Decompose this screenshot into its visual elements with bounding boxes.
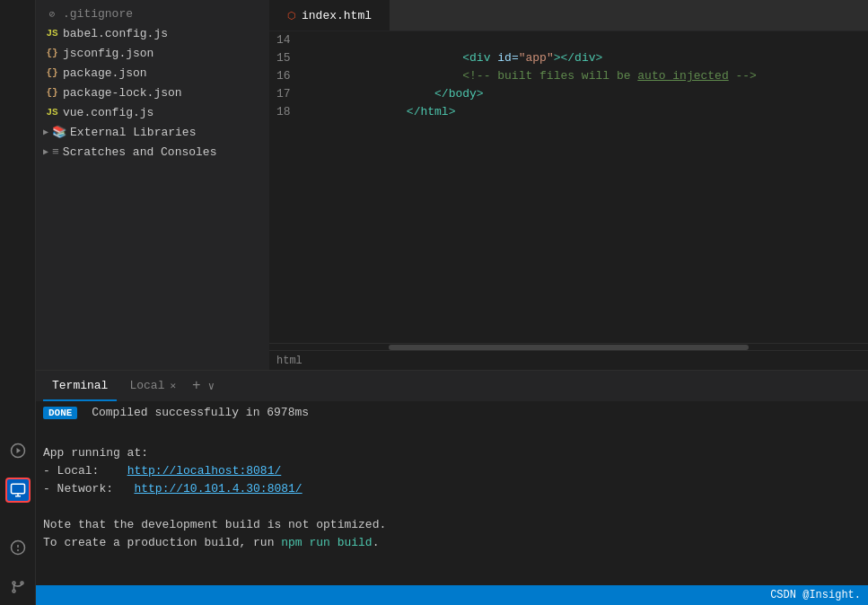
note-line-2: To create a production build, run npm ru… bbox=[43, 534, 861, 552]
external-libraries-icon: 📚 bbox=[52, 125, 66, 139]
editor-tab-html[interactable]: ⬡ index.html bbox=[269, 0, 390, 31]
json-icon: {} bbox=[45, 66, 59, 80]
tab-terminal[interactable]: Terminal bbox=[43, 371, 117, 401]
json-icon: {} bbox=[45, 46, 59, 60]
note-suffix: . bbox=[373, 536, 380, 549]
local-url-line: - Local: http://localhost:8081/ bbox=[43, 462, 861, 480]
app-running-line: App running at: bbox=[43, 444, 861, 462]
code-content[interactable]: <div id="app"></div> <!-- built files wi… bbox=[302, 31, 868, 343]
terminal-chevron-icon[interactable]: ∨ bbox=[208, 380, 215, 393]
compile-text: Compiled successfully in 6978ms bbox=[92, 406, 309, 419]
editor-area: ⬡ index.html 14 15 16 17 18 bbox=[269, 0, 868, 370]
local-tab-label: Local bbox=[129, 379, 164, 392]
file-vue-config[interactable]: JS vue.config.js bbox=[36, 102, 269, 122]
section-label: External Libraries bbox=[70, 126, 196, 139]
file-label: vue.config.js bbox=[63, 106, 153, 119]
editor-code-area[interactable]: 14 15 16 17 18 <div id="app"></div> bbox=[269, 31, 868, 343]
scrollbar-thumb bbox=[389, 345, 748, 350]
terminal-blank-line bbox=[43, 426, 861, 444]
note-text-1: Note that the development build is not o… bbox=[43, 518, 386, 531]
svg-point-9 bbox=[13, 590, 15, 592]
editor-tabs: ⬡ index.html bbox=[269, 0, 868, 31]
tab-filename: index.html bbox=[302, 9, 372, 22]
git-branch-icon[interactable] bbox=[5, 574, 31, 600]
warning-icon[interactable] bbox=[5, 535, 31, 560]
add-terminal-icon[interactable]: + bbox=[189, 378, 205, 394]
file-label: package.json bbox=[63, 66, 147, 80]
npm-command: npm run build bbox=[281, 536, 372, 549]
line-numbers: 14 15 16 17 18 bbox=[269, 31, 302, 343]
svg-marker-1 bbox=[16, 448, 21, 453]
file-label: package-lock.json bbox=[63, 86, 182, 100]
scratches-consoles-section[interactable]: ▶ ≡ Scratches and Consoles bbox=[36, 142, 269, 162]
tab-local[interactable]: Local ✕ bbox=[120, 371, 185, 401]
svg-point-7 bbox=[17, 550, 18, 551]
code-line-14: <div id="app"></div> bbox=[309, 31, 861, 49]
file-babel[interactable]: JS babel.config.js bbox=[36, 23, 269, 43]
panel-tabs: Terminal Local ✕ + ∨ bbox=[36, 371, 868, 402]
network-url-line: - Network: http://10.101.4.30:8081/ bbox=[43, 480, 861, 498]
file-label: jsconfig.json bbox=[63, 47, 153, 60]
network-url-link[interactable]: http://10.101.4.30:8081/ bbox=[134, 482, 302, 495]
auto-injected-text: auto injected bbox=[637, 69, 728, 83]
note-line-1: Note that the development build is not o… bbox=[43, 516, 861, 534]
network-label: - Network: bbox=[43, 482, 113, 495]
blank-line-2 bbox=[43, 498, 861, 516]
terminal-panel: Terminal Local ✕ + ∨ DONE Compiled succe… bbox=[36, 370, 868, 585]
svg-rect-2 bbox=[11, 484, 24, 494]
section-label: Scratches and Consoles bbox=[63, 145, 217, 159]
app-running-text: App running at: bbox=[43, 446, 148, 460]
language-label: html bbox=[276, 355, 302, 367]
tab-close-icon[interactable]: ✕ bbox=[170, 380, 176, 391]
expand-icon: ▶ bbox=[43, 146, 48, 157]
file-label: .gitignore bbox=[63, 7, 133, 21]
file-package-lock[interactable]: {} package-lock.json bbox=[36, 83, 269, 102]
js-icon: JS bbox=[45, 26, 59, 40]
expand-icon: ▶ bbox=[43, 127, 48, 137]
compile-message: DONE Compiled successfully in 6978ms bbox=[43, 406, 861, 419]
status-right-text: CSDN @Insight. bbox=[770, 589, 861, 601]
file-tree-sidebar: ⊘ .gitignore JS babel.config.js {} jscon… bbox=[36, 0, 269, 370]
run-icon[interactable] bbox=[5, 438, 31, 463]
note-prefix: To create a production build, run bbox=[43, 536, 281, 549]
html-icon: ⬡ bbox=[287, 10, 296, 22]
scratches-icon: ≡ bbox=[52, 145, 59, 159]
done-badge: DONE bbox=[43, 407, 77, 419]
svg-point-8 bbox=[13, 582, 15, 584]
terminal-content[interactable]: DONE Compiled successfully in 6978ms App… bbox=[36, 402, 868, 585]
external-libraries-section[interactable]: ▶ 📚 External Libraries bbox=[36, 122, 269, 142]
git-icon: ⊘ bbox=[45, 6, 59, 21]
file-label: babel.config.js bbox=[63, 27, 168, 40]
local-url-link[interactable]: http://localhost:8081/ bbox=[127, 464, 282, 478]
file-gitignore[interactable]: ⊘ .gitignore bbox=[36, 4, 269, 23]
local-label: - Local: bbox=[43, 464, 99, 478]
editor-status-bar: html bbox=[269, 350, 868, 370]
device-icon[interactable] bbox=[5, 478, 31, 503]
js-icon: JS bbox=[45, 105, 59, 119]
status-bar: CSDN @Insight. bbox=[36, 585, 868, 605]
file-jsconfig[interactable]: {} jsconfig.json bbox=[36, 43, 269, 63]
editor-horizontal-scrollbar[interactable] bbox=[269, 343, 868, 350]
file-package-json[interactable]: {} package.json bbox=[36, 63, 269, 83]
json-icon: {} bbox=[45, 85, 59, 100]
terminal-tab-label: Terminal bbox=[52, 379, 108, 392]
activity-bar bbox=[0, 0, 36, 605]
